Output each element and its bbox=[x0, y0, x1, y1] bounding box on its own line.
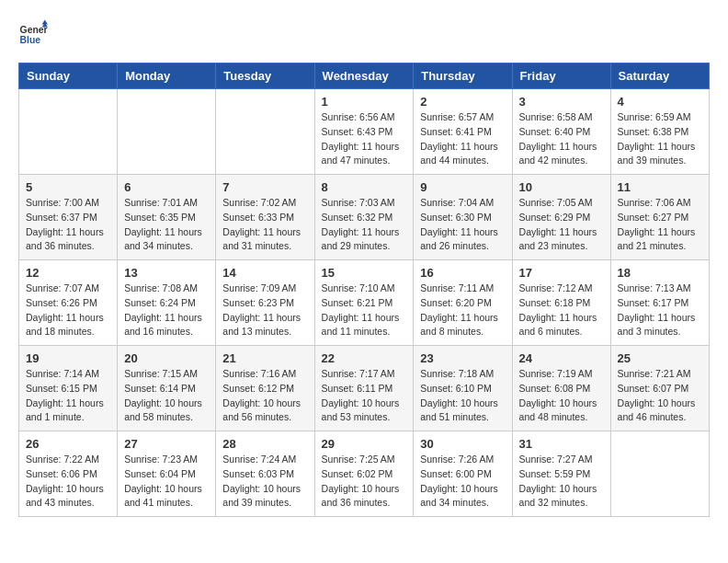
day-number: 22 bbox=[322, 351, 407, 365]
weekday-header: Friday bbox=[512, 63, 610, 89]
table-row: 28Sunrise: 7:24 AMSunset: 6:03 PMDayligh… bbox=[216, 431, 314, 517]
table-row bbox=[610, 431, 709, 517]
table-row: 19Sunrise: 7:14 AMSunset: 6:15 PMDayligh… bbox=[19, 346, 118, 431]
table-row: 12Sunrise: 7:07 AMSunset: 6:26 PMDayligh… bbox=[19, 260, 118, 346]
day-info: Sunrise: 7:21 AMSunset: 6:07 PMDaylight:… bbox=[618, 367, 702, 425]
day-info: Sunrise: 6:58 AMSunset: 6:40 PMDaylight:… bbox=[519, 110, 604, 168]
table-row bbox=[19, 89, 118, 175]
table-row: 22Sunrise: 7:17 AMSunset: 6:11 PMDayligh… bbox=[314, 346, 414, 431]
day-info: Sunrise: 7:04 AMSunset: 6:30 PMDaylight:… bbox=[420, 196, 505, 254]
table-row: 8Sunrise: 7:03 AMSunset: 6:32 PMDaylight… bbox=[314, 175, 414, 260]
table-row: 21Sunrise: 7:16 AMSunset: 6:12 PMDayligh… bbox=[216, 346, 314, 431]
day-number: 11 bbox=[618, 180, 702, 194]
day-info: Sunrise: 7:03 AMSunset: 6:32 PMDaylight:… bbox=[322, 196, 407, 254]
day-info: Sunrise: 7:27 AMSunset: 5:59 PMDaylight:… bbox=[519, 453, 604, 511]
calendar-week-row: 5Sunrise: 7:00 AMSunset: 6:37 PMDaylight… bbox=[19, 175, 710, 260]
day-number: 4 bbox=[618, 95, 702, 109]
day-number: 15 bbox=[322, 266, 407, 280]
day-info: Sunrise: 7:07 AMSunset: 6:26 PMDaylight:… bbox=[26, 282, 110, 339]
day-number: 1 bbox=[322, 95, 407, 109]
day-info: Sunrise: 7:12 AMSunset: 6:18 PMDaylight:… bbox=[519, 282, 604, 339]
table-row: 30Sunrise: 7:26 AMSunset: 6:00 PMDayligh… bbox=[414, 431, 512, 517]
page-header: General Blue bbox=[18, 18, 710, 48]
day-info: Sunrise: 7:17 AMSunset: 6:11 PMDaylight:… bbox=[322, 367, 407, 425]
table-row bbox=[118, 89, 216, 175]
table-row: 20Sunrise: 7:15 AMSunset: 6:14 PMDayligh… bbox=[118, 346, 216, 431]
day-info: Sunrise: 6:59 AMSunset: 6:38 PMDaylight:… bbox=[618, 110, 702, 168]
day-info: Sunrise: 7:23 AMSunset: 6:04 PMDaylight:… bbox=[124, 453, 209, 511]
weekday-header: Saturday bbox=[610, 63, 709, 89]
day-info: Sunrise: 7:10 AMSunset: 6:21 PMDaylight:… bbox=[322, 282, 407, 339]
day-number: 18 bbox=[618, 266, 702, 280]
table-row: 2Sunrise: 6:57 AMSunset: 6:41 PMDaylight… bbox=[414, 89, 512, 175]
table-row: 25Sunrise: 7:21 AMSunset: 6:07 PMDayligh… bbox=[610, 346, 709, 431]
day-number: 26 bbox=[26, 437, 110, 451]
day-number: 17 bbox=[519, 266, 604, 280]
day-info: Sunrise: 6:56 AMSunset: 6:43 PMDaylight:… bbox=[322, 110, 407, 168]
day-info: Sunrise: 7:14 AMSunset: 6:15 PMDaylight:… bbox=[26, 367, 110, 425]
logo: General Blue bbox=[18, 18, 51, 48]
table-row: 9Sunrise: 7:04 AMSunset: 6:30 PMDaylight… bbox=[414, 175, 512, 260]
table-row: 27Sunrise: 7:23 AMSunset: 6:04 PMDayligh… bbox=[118, 431, 216, 517]
weekday-header: Sunday bbox=[19, 63, 118, 89]
calendar-week-row: 12Sunrise: 7:07 AMSunset: 6:26 PMDayligh… bbox=[19, 260, 710, 346]
day-info: Sunrise: 7:13 AMSunset: 6:17 PMDaylight:… bbox=[618, 282, 702, 339]
day-info: Sunrise: 7:01 AMSunset: 6:35 PMDaylight:… bbox=[124, 196, 209, 254]
day-number: 31 bbox=[519, 437, 604, 451]
day-info: Sunrise: 7:05 AMSunset: 6:29 PMDaylight:… bbox=[519, 196, 604, 254]
day-info: Sunrise: 7:22 AMSunset: 6:06 PMDaylight:… bbox=[26, 453, 110, 511]
calendar-week-row: 19Sunrise: 7:14 AMSunset: 6:15 PMDayligh… bbox=[19, 346, 710, 431]
logo-icon: General Blue bbox=[18, 18, 48, 48]
day-number: 28 bbox=[222, 437, 307, 451]
day-number: 7 bbox=[222, 180, 307, 194]
table-row: 14Sunrise: 7:09 AMSunset: 6:23 PMDayligh… bbox=[216, 260, 314, 346]
table-row: 26Sunrise: 7:22 AMSunset: 6:06 PMDayligh… bbox=[19, 431, 118, 517]
day-info: Sunrise: 7:02 AMSunset: 6:33 PMDaylight:… bbox=[222, 196, 307, 254]
day-number: 6 bbox=[124, 180, 209, 194]
day-info: Sunrise: 7:09 AMSunset: 6:23 PMDaylight:… bbox=[222, 282, 307, 339]
day-info: Sunrise: 7:15 AMSunset: 6:14 PMDaylight:… bbox=[124, 367, 209, 425]
svg-text:Blue: Blue bbox=[20, 35, 41, 45]
day-info: Sunrise: 7:08 AMSunset: 6:24 PMDaylight:… bbox=[124, 282, 209, 339]
table-row: 10Sunrise: 7:05 AMSunset: 6:29 PMDayligh… bbox=[512, 175, 610, 260]
day-info: Sunrise: 7:06 AMSunset: 6:27 PMDaylight:… bbox=[618, 196, 702, 254]
day-number: 10 bbox=[519, 180, 604, 194]
table-row: 23Sunrise: 7:18 AMSunset: 6:10 PMDayligh… bbox=[414, 346, 512, 431]
header-row: SundayMondayTuesdayWednesdayThursdayFrid… bbox=[19, 63, 710, 89]
day-number: 30 bbox=[420, 437, 505, 451]
table-row: 15Sunrise: 7:10 AMSunset: 6:21 PMDayligh… bbox=[314, 260, 414, 346]
table-row: 6Sunrise: 7:01 AMSunset: 6:35 PMDaylight… bbox=[118, 175, 216, 260]
day-info: Sunrise: 7:11 AMSunset: 6:20 PMDaylight:… bbox=[420, 282, 505, 339]
day-number: 16 bbox=[420, 266, 505, 280]
day-number: 8 bbox=[322, 180, 407, 194]
day-number: 14 bbox=[222, 266, 307, 280]
calendar-week-row: 26Sunrise: 7:22 AMSunset: 6:06 PMDayligh… bbox=[19, 431, 710, 517]
day-info: Sunrise: 7:00 AMSunset: 6:37 PMDaylight:… bbox=[26, 196, 110, 254]
day-info: Sunrise: 7:24 AMSunset: 6:03 PMDaylight:… bbox=[222, 453, 307, 511]
day-number: 13 bbox=[124, 266, 209, 280]
day-number: 19 bbox=[26, 351, 110, 365]
day-number: 21 bbox=[222, 351, 307, 365]
table-row: 11Sunrise: 7:06 AMSunset: 6:27 PMDayligh… bbox=[610, 175, 709, 260]
table-row bbox=[216, 89, 314, 175]
day-number: 20 bbox=[124, 351, 209, 365]
day-number: 5 bbox=[26, 180, 110, 194]
day-number: 27 bbox=[124, 437, 209, 451]
table-row: 4Sunrise: 6:59 AMSunset: 6:38 PMDaylight… bbox=[610, 89, 709, 175]
table-row: 7Sunrise: 7:02 AMSunset: 6:33 PMDaylight… bbox=[216, 175, 314, 260]
table-row: 31Sunrise: 7:27 AMSunset: 5:59 PMDayligh… bbox=[512, 431, 610, 517]
day-number: 3 bbox=[519, 95, 604, 109]
day-number: 9 bbox=[420, 180, 505, 194]
calendar-week-row: 1Sunrise: 6:56 AMSunset: 6:43 PMDaylight… bbox=[19, 89, 710, 175]
day-info: Sunrise: 7:19 AMSunset: 6:08 PMDaylight:… bbox=[519, 367, 604, 425]
weekday-header: Tuesday bbox=[216, 63, 314, 89]
day-info: Sunrise: 7:18 AMSunset: 6:10 PMDaylight:… bbox=[420, 367, 505, 425]
day-number: 29 bbox=[322, 437, 407, 451]
table-row: 18Sunrise: 7:13 AMSunset: 6:17 PMDayligh… bbox=[610, 260, 709, 346]
table-row: 1Sunrise: 6:56 AMSunset: 6:43 PMDaylight… bbox=[314, 89, 414, 175]
calendar: SundayMondayTuesdayWednesdayThursdayFrid… bbox=[18, 63, 710, 517]
day-number: 12 bbox=[26, 266, 110, 280]
table-row: 13Sunrise: 7:08 AMSunset: 6:24 PMDayligh… bbox=[118, 260, 216, 346]
day-info: Sunrise: 7:25 AMSunset: 6:02 PMDaylight:… bbox=[322, 453, 407, 511]
weekday-header: Monday bbox=[118, 63, 216, 89]
